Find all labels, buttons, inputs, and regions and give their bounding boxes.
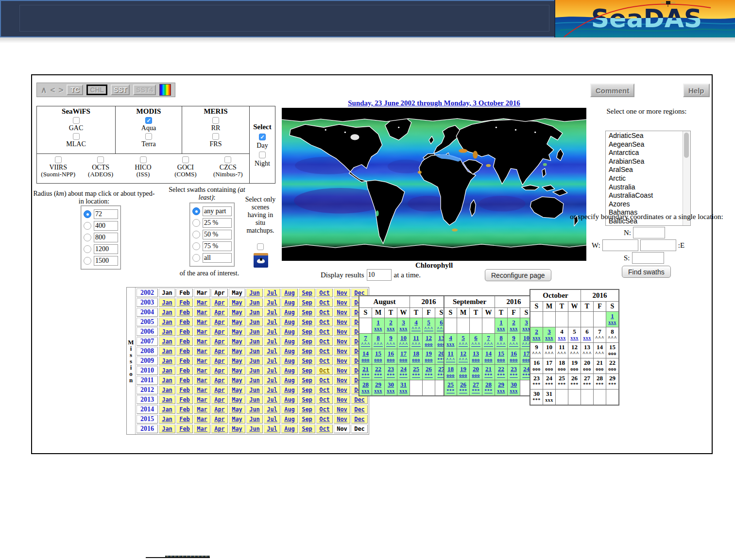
calendar-day-24[interactable]: 24***	[397, 365, 410, 380]
month-link[interactable]: Jul	[267, 289, 277, 296]
month-cell-2006-jul[interactable]: Jul	[264, 327, 280, 336]
month-cell-2004-mar[interactable]: Mar	[194, 308, 210, 317]
month-cell-2016-feb[interactable]: Feb	[176, 424, 193, 433]
month-link[interactable]: Jun	[249, 309, 260, 316]
checkbox-terra[interactable]	[145, 133, 152, 140]
month-link[interactable]: Jul	[267, 299, 277, 306]
month-link[interactable]: Jul	[267, 377, 277, 384]
find-swaths-button[interactable]: Find swaths	[622, 266, 671, 278]
month-cell-2016-sep[interactable]: Sep	[299, 424, 315, 433]
month-link[interactable]: Apr	[214, 425, 225, 432]
month-link[interactable]: Sep	[302, 396, 312, 403]
month-cell-2007-jul[interactable]: Jul	[264, 337, 280, 346]
month-link[interactable]: Aug	[284, 328, 295, 335]
date-range-link[interactable]: Sunday, 23 June 2002 through Monday, 3 O…	[282, 99, 586, 107]
results-count-input[interactable]	[367, 269, 392, 281]
month-link[interactable]: May	[232, 425, 242, 432]
month-cell-2007-aug[interactable]: Aug	[281, 337, 298, 346]
day-link[interactable]: 14	[359, 350, 372, 357]
month-link[interactable]: Aug	[284, 416, 295, 423]
calendar-day-28[interactable]: 28xxx	[359, 380, 372, 396]
day-symbol-link[interactable]: ***	[423, 373, 435, 378]
day-symbol-link[interactable]: ^^^	[457, 341, 469, 347]
month-link[interactable]: Aug	[284, 406, 295, 413]
month-link[interactable]: May	[232, 377, 242, 384]
month-cell-2006-may[interactable]: May	[229, 327, 245, 336]
month-link[interactable]: Mar	[197, 406, 207, 413]
month-cell-2004-oct[interactable]: Oct	[316, 308, 333, 317]
month-cell-2009-may[interactable]: May	[229, 356, 245, 365]
month-link[interactable]: Jun	[249, 289, 260, 296]
month-cell-2006-jan[interactable]: Jan	[159, 327, 175, 336]
month-link[interactable]: Jun	[249, 338, 260, 345]
day-link[interactable]: 25	[410, 365, 422, 373]
calendar-day-7[interactable]: 7^^^	[359, 334, 372, 349]
month-link[interactable]: Apr	[214, 387, 225, 393]
month-cell-2009-feb[interactable]: Feb	[176, 356, 193, 365]
month-cell-2016-jul[interactable]: Jul	[264, 424, 280, 433]
month-cell-2013-feb[interactable]: Feb	[176, 395, 193, 404]
calendar-day-7[interactable]: 7^^^	[482, 334, 495, 349]
month-link[interactable]: Jan	[162, 319, 172, 325]
swath-value-input[interactable]	[203, 230, 232, 239]
checkbox-viirs[interactable]	[55, 156, 62, 163]
month-cell-2003-jan[interactable]: Jan	[159, 298, 175, 307]
month-link[interactable]: Aug	[284, 367, 295, 374]
checkbox-day[interactable]: ✓	[259, 134, 266, 140]
region-option[interactable]: Antarctica	[606, 149, 683, 157]
day-link[interactable]: 12	[423, 334, 435, 341]
month-link[interactable]: Sep	[302, 416, 312, 423]
month-link[interactable]: Aug	[284, 338, 295, 345]
day-link[interactable]: 30	[508, 381, 520, 388]
month-cell-2015-apr[interactable]: Apr	[211, 415, 228, 424]
day-link[interactable]: 26	[457, 381, 469, 388]
month-link[interactable]: Sep	[302, 387, 312, 393]
month-cell-2002-nov[interactable]: Nov	[334, 288, 350, 297]
calendar-day-8[interactable]: 8^^^	[372, 334, 385, 349]
month-link[interactable]: Apr	[214, 328, 225, 335]
month-cell-2010-sep[interactable]: Sep	[299, 366, 315, 375]
radius-radio[interactable]	[84, 257, 91, 265]
day-symbol-link[interactable]: ooo	[372, 357, 384, 363]
day-symbol-link[interactable]: ooo	[410, 357, 422, 363]
day-symbol-link[interactable]: ^^^	[372, 341, 384, 347]
month-cell-2007-mar[interactable]: Mar	[194, 337, 210, 346]
month-link[interactable]: Mar	[197, 396, 207, 403]
day-link[interactable]: 18	[410, 350, 422, 357]
month-cell-2012-jul[interactable]: Jul	[264, 386, 280, 394]
day-link[interactable]: 17	[397, 350, 410, 357]
month-cell-2014-feb[interactable]: Feb	[176, 405, 193, 414]
month-cell-2014-dec[interactable]: Dec	[351, 405, 368, 414]
day-symbol-link[interactable]: ***	[495, 373, 507, 378]
month-cell-2009-oct[interactable]: Oct	[316, 356, 333, 365]
month-cell-2010-mar[interactable]: Mar	[194, 366, 210, 375]
day-link[interactable]: 19	[423, 350, 435, 357]
month-link[interactable]: Dec	[354, 416, 365, 423]
calendar-day-18[interactable]: 18ooo	[444, 365, 457, 380]
month-cell-2006-sep[interactable]: Sep	[299, 327, 315, 336]
day-link[interactable]: 11	[444, 350, 457, 357]
day-symbol-link[interactable]: ***	[508, 373, 520, 378]
month-cell-2010-jan[interactable]: Jan	[159, 366, 175, 375]
reconfigure-page-button[interactable]: Reconfigure page	[485, 269, 551, 281]
day-symbol-link[interactable]: xxx	[606, 320, 618, 325]
calendar-day-5[interactable]: 5^^^	[423, 318, 435, 334]
region-option[interactable]: Arctic	[606, 174, 683, 183]
month-cell-2002-sep[interactable]: Sep	[299, 288, 315, 297]
month-cell-2003-feb[interactable]: Feb	[176, 298, 193, 307]
month-cell-2012-aug[interactable]: Aug	[281, 386, 298, 394]
day-link[interactable]: 21	[482, 365, 495, 373]
month-link[interactable]: Dec	[354, 396, 365, 403]
day-symbol-link[interactable]: ^^^	[385, 341, 397, 347]
month-cell-2002-oct[interactable]: Oct	[316, 288, 333, 297]
radius-radio[interactable]	[84, 210, 91, 218]
calendar-day-15[interactable]: 15ooo	[495, 349, 508, 365]
month-cell-2003-sep[interactable]: Sep	[299, 298, 315, 307]
month-link[interactable]: Mar	[197, 319, 207, 325]
calendar-day-20[interactable]: 20ooo	[470, 365, 482, 380]
month-cell-2015-oct[interactable]: Oct	[316, 415, 333, 424]
month-cell-2016-may[interactable]: May	[229, 424, 245, 433]
calendar-day-1[interactable]: 1xxx	[495, 318, 508, 334]
radius-value-input[interactable]	[94, 233, 118, 242]
month-link[interactable]: Sep	[302, 357, 312, 364]
